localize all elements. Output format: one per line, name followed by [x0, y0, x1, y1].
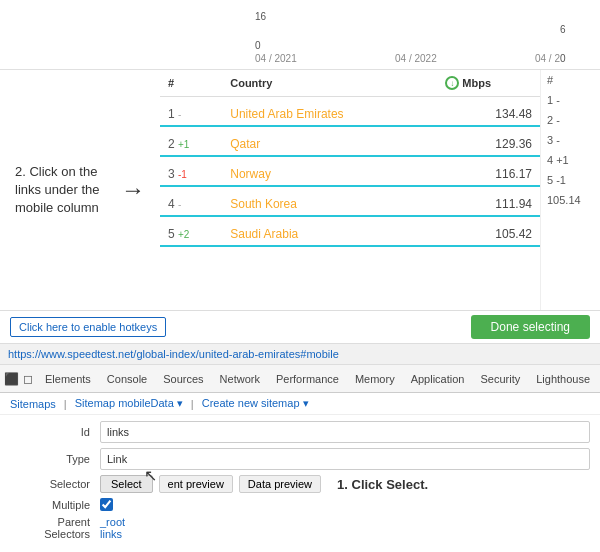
hotkeys-bar: Click here to enable hotkeys Done select… [0, 310, 600, 343]
type-label: Type [10, 453, 100, 465]
tab-lighthouse[interactable]: Lighthouse [528, 369, 598, 389]
rank-4: 4 - [160, 186, 222, 216]
data-preview-button[interactable]: Data preview [239, 475, 321, 493]
right-header: # [541, 70, 600, 90]
select-button[interactable]: Select ↖ [100, 475, 153, 493]
arrow-cursor-icon: ↖ [144, 466, 157, 485]
country-link-2[interactable]: Qatar [230, 137, 260, 151]
form-area: Id Type Selector Select ↖ ent preview Da… [0, 415, 600, 551]
element-preview-button[interactable]: ent preview [159, 475, 233, 493]
col-country: Country [222, 70, 437, 97]
chart-date-2: 04 / 2022 [395, 53, 437, 64]
country-link-3[interactable]: Norway [230, 167, 271, 181]
tab-elements[interactable]: Elements [37, 369, 99, 389]
instruction-text: 2. Click on the links under the mobile c… [15, 163, 113, 218]
parent-selector-root[interactable]: _root [100, 516, 590, 528]
right-row-2: 2 - [541, 110, 600, 130]
country-link-4[interactable]: South Korea [230, 197, 297, 211]
table-row: 5 +2 Saudi Arabia 105.42 [160, 216, 540, 246]
chart-numbers: 16 [255, 11, 560, 22]
mbps-label: Mbps [462, 77, 491, 89]
type-row: Type [10, 448, 590, 470]
col-mbps: ↓ Mbps [437, 70, 540, 97]
right-row-4: 4 +1 [541, 150, 600, 170]
speed-4: 111.94 [437, 186, 540, 216]
sitemap-mobiledata-link[interactable]: Sitemap mobileData ▾ [75, 397, 183, 410]
chart-right-top: 6 [560, 24, 590, 35]
table-row: 2 +1 Qatar 129.36 [160, 126, 540, 156]
tab-performance[interactable]: Performance [268, 369, 347, 389]
selector-row: Selector Select ↖ ent preview Data previ… [10, 475, 590, 493]
chart-right: 6 0 [560, 0, 590, 69]
parent-selector-links[interactable]: links [100, 528, 590, 540]
devtools-icon-2[interactable]: ◻ [23, 372, 33, 386]
devtools-tabs: ⬛ ◻ Elements Console Sources Network Per… [0, 365, 600, 393]
chart-bottom-value-row: 0 [255, 40, 560, 51]
type-input[interactable] [100, 448, 590, 470]
rank-3: 3 -1 [160, 156, 222, 186]
right-row-3: 3 - [541, 130, 600, 150]
multiple-checkbox-wrapper [100, 498, 113, 511]
sitemaps-separator-1: | [64, 398, 67, 410]
sitemaps-bar: Sitemaps | Sitemap mobileData ▾ | Create… [0, 393, 600, 415]
country-3[interactable]: Norway [222, 156, 437, 186]
instruction-panel: 2. Click on the links under the mobile c… [0, 70, 160, 310]
country-4[interactable]: South Korea [222, 186, 437, 216]
chart-dates: 04 / 2021 04 / 2022 04 / 2 [255, 53, 560, 64]
done-selecting-button[interactable]: Done selecting [471, 315, 590, 339]
rank-5: 5 +2 [160, 216, 222, 246]
speed-2: 129.36 [437, 126, 540, 156]
selector-controls: Select ↖ ent preview Data preview 1. Cli… [100, 475, 590, 493]
id-row: Id [10, 421, 590, 443]
tab-network[interactable]: Network [212, 369, 268, 389]
sitemaps-link[interactable]: Sitemaps [10, 398, 56, 410]
mbps-icon: ↓ [445, 76, 459, 90]
chart-date-1: 04 / 2021 [255, 53, 297, 64]
tab-application[interactable]: Application [403, 369, 473, 389]
country-5[interactable]: Saudi Arabia [222, 216, 437, 246]
chart-area: 16 0 04 / 2021 04 / 2022 04 / 2 6 0 [0, 0, 600, 70]
create-new-sitemap-link[interactable]: Create new sitemap ▾ [202, 397, 309, 410]
country-2[interactable]: Qatar [222, 126, 437, 156]
id-label: Id [10, 426, 100, 438]
speed-3: 116.17 [437, 156, 540, 186]
main-content: 2. Click on the links under the mobile c… [0, 70, 600, 310]
hotkeys-link[interactable]: Click here to enable hotkeys [10, 317, 166, 337]
selector-label: Selector [10, 478, 100, 490]
table-area: # Country ↓ Mbps 1 - [160, 70, 540, 310]
tab-security[interactable]: Security [472, 369, 528, 389]
chart-date-3: 04 / 2 [535, 53, 560, 64]
right-table-area: # 1 - 2 - 3 - 4 +1 5 -1 105.14 [540, 70, 600, 310]
sitemaps-separator-2: | [191, 398, 194, 410]
chart-left [10, 0, 255, 69]
rank-1: 1 - [160, 97, 222, 127]
url-bar: https://www.speedtest.net/global-index/u… [0, 343, 600, 365]
multiple-row: Multiple [10, 498, 590, 511]
url-text: https://www.speedtest.net/global-index/u… [8, 348, 339, 360]
tab-sources[interactable]: Sources [155, 369, 211, 389]
multiple-label: Multiple [10, 499, 100, 511]
chart-right-bottom: 0 [560, 53, 590, 64]
country-link-1[interactable]: United Arab Emirates [230, 107, 343, 121]
right-row-1: 1 - [541, 90, 600, 110]
table-row: 1 - United Arab Emirates 134.48 [160, 97, 540, 127]
col-hash: # [160, 70, 222, 97]
id-input[interactable] [100, 421, 590, 443]
devtools-icon-1[interactable]: ⬛ [4, 372, 19, 386]
arrow-icon: → [121, 173, 145, 207]
country-link-5[interactable]: Saudi Arabia [230, 227, 298, 241]
selector-values: _root links [100, 516, 590, 540]
parent-selectors-label: Parent Selectors [10, 516, 100, 540]
right-row-5: 5 -1 [541, 170, 600, 190]
country-1[interactable]: United Arab Emirates [222, 97, 437, 127]
chart-top-value: 16 [255, 11, 266, 22]
parent-selectors-row: Parent Selectors _root links [10, 516, 590, 540]
data-table: # Country ↓ Mbps 1 - [160, 70, 540, 247]
click-select-note: 1. Click Select. [337, 477, 428, 492]
rank-2: 2 +1 [160, 126, 222, 156]
right-extra-value: 105.14 [541, 190, 600, 210]
tab-console[interactable]: Console [99, 369, 155, 389]
multiple-checkbox[interactable] [100, 498, 113, 511]
speed-1: 134.48 [437, 97, 540, 127]
tab-memory[interactable]: Memory [347, 369, 403, 389]
